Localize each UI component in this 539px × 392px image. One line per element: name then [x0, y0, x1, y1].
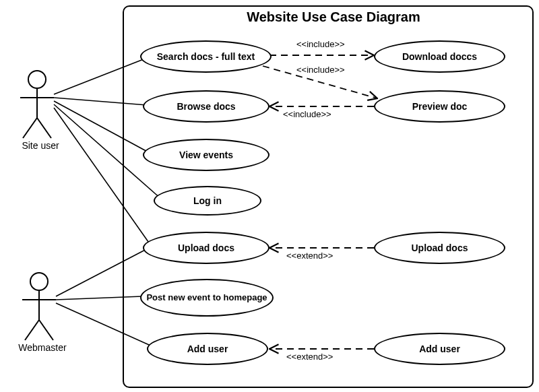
- label-extend-1: <<extend>>: [286, 251, 333, 261]
- assoc-siteuser-browse: [54, 98, 147, 105]
- assoc-siteuser-search: [54, 58, 147, 94]
- label-extend-2: <<extend>>: [286, 352, 333, 362]
- usecase-preview-doc: Preview doc: [374, 90, 505, 123]
- label-include-2: <<include>>: [296, 65, 345, 75]
- assoc-webmaster-postevent: [56, 296, 142, 300]
- svg-line-9: [39, 320, 53, 340]
- assoc-siteuser-viewevents: [54, 101, 151, 154]
- usecase-search-docs: Search docs - full text: [140, 40, 272, 73]
- svg-point-0: [28, 71, 46, 88]
- usecase-view-events: View events: [143, 139, 270, 171]
- assoc-webmaster-upload: [56, 247, 152, 296]
- actor-webmaster-figure: [22, 273, 56, 340]
- actor-site-user-label: Site user: [13, 140, 67, 151]
- svg-line-4: [37, 118, 51, 138]
- usecase-upload-docs: Upload docs: [143, 232, 270, 264]
- label-include-1: <<include>>: [296, 39, 345, 49]
- usecase-post-event: Post new event to homepage: [140, 279, 274, 317]
- label-include-3: <<include>>: [283, 109, 331, 119]
- usecase-upload-docs-ext: Upload docs: [374, 232, 505, 264]
- svg-line-3: [23, 118, 37, 138]
- actor-webmaster-label: Webmaster: [12, 342, 73, 353]
- svg-point-5: [30, 273, 48, 290]
- actor-site-user-figure: [20, 71, 54, 138]
- usecase-download-docs: Download doccs: [374, 40, 505, 73]
- svg-line-8: [25, 320, 39, 340]
- usecase-add-user: Add user: [147, 333, 268, 365]
- assoc-webmaster-adduser: [56, 303, 155, 348]
- usecase-browse-docs: Browse docs: [143, 90, 270, 123]
- usecase-log-in: Log in: [154, 186, 261, 216]
- use-case-diagram: Website Use Case Diagram: [0, 0, 539, 392]
- usecase-add-user-ext: Add user: [374, 333, 505, 365]
